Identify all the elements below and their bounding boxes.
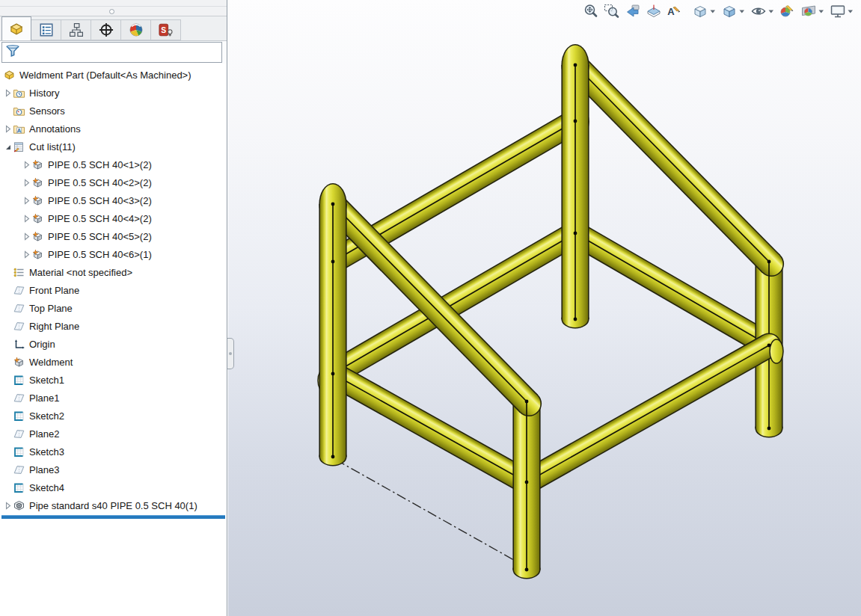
tree-arrow-spacer xyxy=(3,339,13,349)
view-orientation-button[interactable] xyxy=(692,3,708,19)
tree-item-label: Plane2 xyxy=(29,428,59,440)
tree-item-label: PIPE 0.5 SCH 40<4>(2) xyxy=(48,213,152,224)
cam-tab[interactable]: S xyxy=(151,19,181,40)
zoom-to-area-button[interactable] xyxy=(604,3,620,19)
edit-appearance-button[interactable] xyxy=(779,3,796,19)
display-style-button[interactable] xyxy=(721,3,738,19)
dimxpertmanager-tab[interactable] xyxy=(91,19,121,40)
pipestd-icon xyxy=(13,499,25,512)
tree-item-sensors[interactable]: Sensors xyxy=(0,102,227,120)
tree-item-pipe-0-5-sch-40-1-2[interactable]: PIPE 0.5 SCH 40<1>(2) xyxy=(0,155,227,173)
apply-scene-button[interactable] xyxy=(800,3,817,19)
weldment-model[interactable] xyxy=(228,0,861,616)
tree-arrow-spacer xyxy=(3,375,13,385)
apply-scene-dropdown-caret[interactable] xyxy=(818,3,825,19)
tree-item-label: Weldment xyxy=(29,357,73,368)
tree-item-sketch3[interactable]: Sketch3 xyxy=(0,443,227,461)
tree-item-top-plane[interactable]: Top Plane xyxy=(0,299,227,317)
plane-icon xyxy=(13,302,25,315)
tree-item-sketch2[interactable]: Sketch2 xyxy=(0,407,227,425)
tree-item-pipe-0-5-sch-40-2-2[interactable]: PIPE 0.5 SCH 40<2>(2) xyxy=(0,173,227,191)
tree-arrow-spacer xyxy=(3,429,13,439)
panel-splitter-bar[interactable] xyxy=(0,7,227,16)
tree-expand-arrow[interactable] xyxy=(3,501,13,511)
cutlist-icon xyxy=(13,141,25,153)
panel-top-strip xyxy=(0,0,227,7)
tree-item-label: Material <not specified> xyxy=(29,267,132,278)
section-view-button[interactable] xyxy=(646,3,662,19)
tree-item-weldment[interactable]: Weldment xyxy=(0,353,227,371)
tree-arrow-spacer xyxy=(3,286,13,295)
featuremanager-tab[interactable] xyxy=(1,16,31,40)
configurationmanager-tab[interactable] xyxy=(61,19,91,40)
hide-show-items-button[interactable] xyxy=(750,3,767,19)
tree-arrow-spacer xyxy=(3,304,13,313)
display-style-dropdown-caret[interactable] xyxy=(738,3,746,19)
tree-item-sketch1[interactable]: Sketch1 xyxy=(0,371,227,389)
tree-item-weldment-part-default-as-machined[interactable]: Weldment Part (Default<As Machined>) xyxy=(0,66,227,84)
zoom-to-fit-button[interactable] xyxy=(583,3,599,19)
tree-item-label: Sketch4 xyxy=(29,482,64,493)
body-icon xyxy=(31,158,44,171)
displaymanager-tab[interactable] xyxy=(121,19,151,40)
tree-item-right-plane[interactable]: Right Plane xyxy=(0,317,227,335)
rollback-bar[interactable] xyxy=(1,515,225,519)
sketch-icon xyxy=(13,481,25,494)
tree-item-label: Weldment Part (Default<As Machined>) xyxy=(19,70,191,81)
plane-icon xyxy=(13,392,25,404)
tree-expand-arrow[interactable] xyxy=(22,196,31,206)
3d-drawing-view-button[interactable]: A xyxy=(667,3,683,19)
propertymanager-tab[interactable] xyxy=(31,19,61,40)
body-icon xyxy=(31,176,44,189)
tree-expand-arrow[interactable] xyxy=(3,88,13,98)
tree-item-label: PIPE 0.5 SCH 40<5>(2) xyxy=(48,231,152,242)
sketch-icon xyxy=(13,410,25,422)
tree-arrow-spacer xyxy=(3,465,13,475)
hide-show-items-dropdown-caret[interactable] xyxy=(767,3,775,19)
tree-item-annotations[interactable]: AAnnotations xyxy=(0,120,227,138)
tree-item-origin[interactable]: Origin xyxy=(0,335,227,353)
tree-item-pipe-0-5-sch-40-5-2[interactable]: PIPE 0.5 SCH 40<5>(2) xyxy=(0,227,227,245)
tree-item-label: PIPE 0.5 SCH 40<2>(2) xyxy=(48,177,152,188)
view-orientation-dropdown-caret[interactable] xyxy=(709,3,717,19)
tree-expand-arrow[interactable] xyxy=(22,160,31,170)
tree-item-pipe-0-5-sch-40-6-1[interactable]: PIPE 0.5 SCH 40<6>(1) xyxy=(0,245,227,263)
tree-item-pipe-standard-s40-pipe-0-5-sch-40-1[interactable]: Pipe standard s40 PIPE 0.5 SCH 40(1) xyxy=(0,496,227,514)
tree-item-label: Plane3 xyxy=(29,464,59,475)
tree-arrow-spacer xyxy=(3,411,13,421)
tree-expand-arrow[interactable] xyxy=(22,178,31,188)
viewport-canvas[interactable]: A xyxy=(228,0,861,616)
tree-item-label: Sketch3 xyxy=(29,446,64,458)
tree-item-plane3[interactable]: Plane3 xyxy=(0,461,227,478)
tree-item-material-not-specified[interactable]: Material <not specified> xyxy=(0,263,227,281)
panel-viewport-splitter[interactable] xyxy=(227,338,234,369)
tree-item-label: Top Plane xyxy=(29,303,73,314)
origin-icon xyxy=(13,338,25,351)
tree-expand-arrow[interactable] xyxy=(22,250,31,259)
splitter-grip-dot xyxy=(109,9,114,14)
view-settings-dropdown-caret[interactable] xyxy=(847,3,854,19)
tree-item-label: PIPE 0.5 SCH 40<1>(2) xyxy=(48,159,152,170)
tree-arrow-spacer xyxy=(3,483,13,493)
tree-expand-arrow[interactable] xyxy=(22,232,31,241)
tree-item-pipe-0-5-sch-40-3-2[interactable]: PIPE 0.5 SCH 40<3>(2) xyxy=(0,191,227,209)
tree-item-history[interactable]: History xyxy=(0,84,227,102)
weldment-icon xyxy=(13,356,25,369)
plane-icon xyxy=(13,284,25,297)
tree-item-label: Right Plane xyxy=(29,321,79,332)
tree-item-plane1[interactable]: Plane1 xyxy=(0,389,227,407)
tree-item-front-plane[interactable]: Front Plane xyxy=(0,281,227,299)
tree-expand-arrow[interactable] xyxy=(3,124,13,134)
plane-icon xyxy=(13,320,25,333)
plane-icon xyxy=(13,463,25,476)
tree-expand-arrow[interactable] xyxy=(22,214,31,224)
tree-expand-arrow[interactable] xyxy=(3,142,13,152)
tree-item-plane2[interactable]: Plane2 xyxy=(0,425,227,443)
view-settings-button[interactable] xyxy=(830,3,846,19)
tree-item-pipe-0-5-sch-40-4-2[interactable]: PIPE 0.5 SCH 40<4>(2) xyxy=(0,209,227,227)
tree-item-label: Sketch2 xyxy=(29,410,64,422)
tree-item-cut-list-11[interactable]: Cut list(11) xyxy=(0,138,227,155)
filter-input[interactable] xyxy=(1,42,222,63)
previous-view-button[interactable] xyxy=(625,3,641,19)
tree-item-sketch4[interactable]: Sketch4 xyxy=(0,478,227,496)
